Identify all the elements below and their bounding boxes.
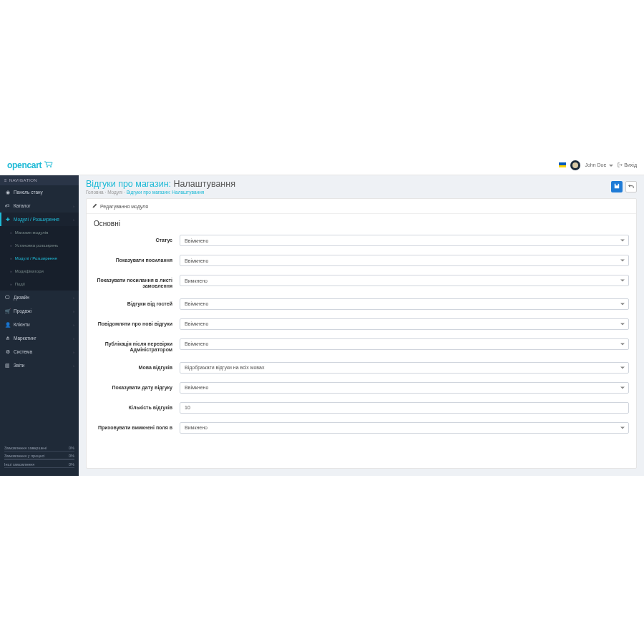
chevron-right-icon: ›: [73, 218, 74, 222]
form-label: Мова відгуків: [94, 362, 180, 371]
chevron-right-icon: ›: [73, 350, 74, 354]
panel-body: Основні СтатусВвімкненоПоказувати посила…: [87, 214, 636, 468]
chevron-down-icon: [620, 240, 625, 242]
logout-link[interactable]: Вихід: [618, 162, 637, 168]
panel-heading: Редагування модуля: [87, 199, 636, 214]
select-input[interactable]: Ввімкнено: [180, 318, 629, 330]
sidebar-item-extensions[interactable]: ✚ Модулі / Розширення ›: [0, 213, 79, 226]
cart-icon: [44, 160, 54, 170]
form-row: Відгуки від гостейВвімкнено: [94, 298, 629, 310]
form-label: Повідомляти про нові відгуки: [94, 318, 180, 327]
select-value: Ввімкнено: [185, 301, 208, 306]
page-title-prefix: Відгуки про магазин:: [86, 179, 171, 189]
select-value: Вимкнено: [185, 425, 208, 430]
sidebar-item-label: Дизайн: [14, 295, 29, 300]
chevron-down-icon: [609, 165, 613, 167]
double-chevron-icon: »: [10, 256, 12, 260]
select-value: Ввімкнено: [185, 385, 208, 390]
form-label: Приховувати вимкнені поля в: [94, 422, 180, 431]
sidebar-sub-label: Модулі / Розширення: [15, 256, 57, 260]
chevron-down-icon: [620, 366, 625, 369]
sidebar-sub-modifications[interactable]: »Модифікатори: [0, 265, 79, 278]
share-icon: ⋔: [4, 336, 11, 341]
form-row: Публікація після перевірки Адміністратор…: [94, 338, 629, 353]
sidebar-sub-extensions[interactable]: »Модулі / Розширення: [0, 252, 79, 265]
stat-label: Замовлення завершені: [4, 446, 47, 450]
page-title-sub: Налаштування: [174, 179, 235, 189]
form-label: Статус: [94, 235, 180, 243]
bars-icon: ≡: [4, 178, 7, 182]
stat-value: 0%: [69, 446, 74, 450]
select-input[interactable]: Ввімкнено: [180, 298, 629, 310]
chevron-right-icon: ›: [73, 364, 74, 368]
crumb-settings[interactable]: Налаштування: [172, 190, 204, 195]
form-row: Показувати посилання в листі замовленняВ…: [94, 275, 629, 290]
sidebar-item-label: Звіти: [14, 363, 24, 368]
nav-header-label: NAVIGATION: [9, 178, 37, 182]
crumb-reviews[interactable]: Відгуки про магазин:: [127, 190, 171, 195]
sidebar-sub-marketplace[interactable]: »Магазин модулів: [0, 226, 79, 239]
select-input[interactable]: Вимкнено: [180, 422, 629, 434]
sidebar-sub-label: Модифікатори: [15, 269, 44, 273]
chevron-down-icon: [620, 343, 625, 345]
form-label: Показувати посилання в листі замовлення: [94, 275, 180, 290]
sidebar-item-system[interactable]: ⚙ Система ›: [0, 345, 79, 358]
sidebar-sub-label: Установка розширень: [15, 243, 59, 248]
crumb-home[interactable]: Головна: [86, 190, 104, 195]
sidebar-item-design[interactable]: 🖵 Дизайн ›: [0, 291, 79, 304]
panel: Редагування модуля Основні СтатусВвімкне…: [86, 198, 637, 469]
sidebar-item-reports[interactable]: ▥ Звіти ›: [0, 358, 79, 372]
stat-row: Замовлення у процесі0%: [4, 454, 74, 460]
sidebar-item-marketing[interactable]: ⋔ Маркетинг ›: [0, 331, 79, 345]
progress-bar: [4, 451, 74, 452]
select-input[interactable]: Ввімкнено: [180, 382, 629, 394]
text-input[interactable]: 10: [180, 402, 629, 414]
crumb-modules[interactable]: Модулі: [107, 190, 122, 195]
sidebar-item-label: Система: [14, 349, 32, 354]
sidebar-stats: Замовлення завершені0% Замовлення у проц…: [0, 443, 79, 477]
form-row: Приховувати вимкнені поля вВимкнено: [94, 422, 629, 434]
save-button[interactable]: [611, 181, 623, 192]
form-row: СтатусВвімкнено: [94, 235, 629, 246]
back-button[interactable]: [625, 181, 637, 192]
select-value: Ввімкнено: [185, 341, 208, 346]
select-input[interactable]: Вимкнено: [180, 275, 629, 286]
pencil-icon: [92, 203, 97, 209]
page-title: Відгуки про магазин: Налаштування: [86, 179, 235, 189]
sidebar-item-customers[interactable]: 👤 Клієнти ›: [0, 318, 79, 331]
select-input[interactable]: Ввімкнено: [180, 338, 629, 350]
chevron-down-icon: [620, 260, 625, 262]
sidebar-item-catalog[interactable]: 🏷 Каталог ›: [0, 199, 79, 213]
tags-icon: 🏷: [4, 203, 11, 208]
chevron-right-icon: ›: [73, 204, 74, 208]
sidebar-item-dashboard[interactable]: ◉ Панель стану: [0, 185, 79, 199]
sidebar-sub-events[interactable]: »Події: [0, 278, 79, 291]
form-row: Мова відгуківВідображати відгуки на всіх…: [94, 362, 629, 374]
form-label: Показувати дату відгуку: [94, 382, 180, 391]
sidebar-sub-installer[interactable]: »Установка розширень: [0, 239, 79, 252]
logo[interactable]: opencart: [7, 160, 54, 170]
select-input[interactable]: Відображати відгуки на всіх мовах: [180, 362, 629, 374]
chevron-down-icon: [620, 280, 625, 282]
chevron-down-icon: [620, 303, 625, 305]
sidebar-item-sales[interactable]: 🛒 Продажі ›: [0, 304, 79, 318]
chevron-right-icon: ›: [73, 296, 74, 300]
chevron-down-icon: [620, 426, 625, 429]
select-input[interactable]: Ввімкнено: [180, 255, 629, 266]
sidebar: ≡ NAVIGATION ◉ Панель стану 🏷 Каталог › …: [0, 175, 79, 476]
main-content: Відгуки про магазин: Налаштування Головн…: [79, 175, 644, 476]
select-value: Ввімкнено: [185, 321, 208, 326]
back-icon: [628, 184, 634, 190]
select-input[interactable]: Ввімкнено: [180, 235, 629, 246]
breadcrumb: Головна · Модулі · Відгуки про магазин: …: [86, 190, 235, 195]
stat-row: Замовлення завершені0%: [4, 446, 74, 452]
double-chevron-icon: »: [10, 269, 12, 273]
form-row: Кількість відгуків10: [94, 402, 629, 414]
flag-icon[interactable]: [559, 162, 566, 167]
user-menu[interactable]: John Doe: [585, 162, 613, 167]
desktop-icon: 🖵: [4, 295, 11, 300]
select-value: Ввімкнено: [185, 238, 208, 243]
avatar[interactable]: [570, 160, 580, 170]
sidebar-item-label: Продажі: [14, 308, 31, 313]
chevron-right-icon: ›: [73, 309, 74, 313]
